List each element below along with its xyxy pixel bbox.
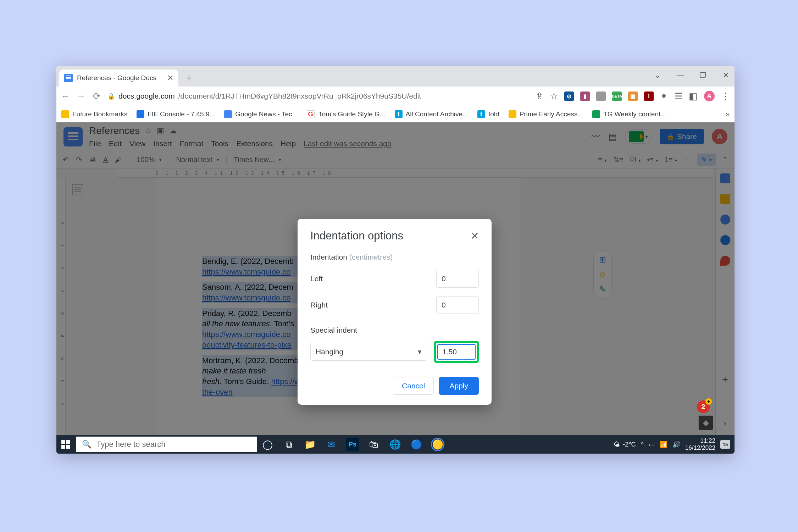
file-explorer-icon[interactable]: 📁 — [303, 438, 317, 451]
bookmark-item[interactable]: Prime Early Access... — [509, 110, 583, 118]
bookmark-item[interactable]: Google News - Tec... — [224, 110, 298, 118]
url-display[interactable]: 🔒 docs.google.com/document/d/1RJTHmD6vgY… — [107, 92, 421, 100]
microsoft-store-icon[interactable]: 🛍 — [367, 438, 381, 451]
weather-widget[interactable]: 🌤-2°C — [614, 441, 636, 448]
back-icon[interactable]: ← — [61, 91, 71, 102]
tab-strip: References - Google Docs ✕ + ⌄ — ❐ ✕ — [56, 66, 735, 87]
special-indent-select[interactable]: Hanging — [310, 343, 427, 361]
lock-icon: 🔒 — [107, 93, 115, 100]
profile-avatar[interactable]: A — [704, 91, 715, 101]
bookmark-icon — [137, 110, 144, 118]
close-dialog-icon[interactable]: ✕ — [471, 230, 479, 242]
taskview-icon[interactable]: ⧉ — [282, 438, 295, 451]
indentation-options-dialog: Indentation options ✕ Indentation (centi… — [298, 219, 492, 405]
apply-button[interactable]: Apply — [439, 377, 479, 395]
notification-badge[interactable]: 2 — [697, 400, 710, 413]
minimize-icon[interactable]: — — [675, 70, 686, 81]
bookmark-icon — [224, 110, 232, 118]
taskbar-clock[interactable]: 11:22 16/12/2022 — [685, 437, 715, 451]
address-bar-actions: ⇪ ☆ ⊘ ▮ BETA ▦ I ✦ ☰ ◧ A ⋮ — [536, 91, 730, 102]
bookmark-icon — [509, 110, 516, 118]
close-tab-icon[interactable]: ✕ — [167, 73, 173, 83]
bookmark-item[interactable]: GTom's Guide Style G... — [307, 110, 385, 118]
google-docs-app: References ☆ ▣ ☁ File Edit View Insert F… — [56, 122, 735, 435]
close-window-icon[interactable]: ✕ — [720, 70, 731, 81]
maximize-icon[interactable]: ❐ — [698, 70, 708, 81]
search-icon: 🔍 — [82, 440, 92, 449]
photoshop-icon[interactable]: Ps — [346, 438, 359, 451]
browser-window: References - Google Docs ✕ + ⌄ — ❐ ✕ ← →… — [56, 66, 735, 454]
bookmark-item[interactable]: TG Weekly content... — [592, 110, 666, 118]
start-button[interactable] — [56, 435, 75, 454]
dialog-section-label: Indentation (centimetres) — [310, 253, 479, 261]
docs-favicon-icon — [64, 74, 73, 82]
browser-tab[interactable]: References - Google Docs ✕ — [59, 70, 178, 87]
address-bar: ← → ⟳ 🔒 docs.google.com/document/d/1RJTH… — [56, 87, 735, 106]
chrome-icon[interactable]: 🟡 — [431, 438, 444, 451]
bookmark-star-icon[interactable]: ☆ — [550, 91, 558, 102]
reading-list-icon[interactable]: ☰ — [674, 91, 682, 102]
bookmark-icon — [61, 110, 69, 118]
wifi-icon[interactable]: 📶 — [660, 440, 667, 448]
left-indent-input[interactable] — [436, 270, 479, 288]
tab-title: References - Google Docs — [77, 74, 156, 82]
new-tab-button[interactable]: + — [182, 71, 196, 85]
extension-icon[interactable]: ▮ — [580, 92, 590, 101]
mail-icon[interactable]: ✉ — [325, 438, 338, 451]
right-indent-input[interactable] — [436, 296, 479, 314]
url-path: /document/d/1RJTHmD6vgYBh82t9nxsopVrRu_o… — [178, 92, 421, 100]
bookmark-icon — [592, 110, 600, 118]
tray-overflow-icon[interactable]: ^ — [641, 441, 643, 448]
app-icon[interactable]: 🔵 — [410, 438, 423, 451]
url-host: docs.google.com — [118, 92, 175, 100]
bookmark-item[interactable]: FIE Console - 7.45.9... — [137, 110, 215, 118]
taskbar-search[interactable]: 🔍 Type here to search — [76, 437, 257, 452]
battery-icon[interactable]: ▭ — [649, 440, 655, 448]
windows-taskbar: 🔍 Type here to search ◯ ⧉ 📁 ✉ Ps 🛍 🌐 🔵 🟡… — [56, 435, 735, 454]
annotation-highlight — [434, 341, 479, 363]
extension-beta-icon[interactable]: BETA — [612, 92, 622, 101]
search-placeholder: Type here to search — [96, 440, 165, 449]
left-indent-label: Left — [310, 275, 323, 283]
taskbar-pinned-apps: ◯ ⧉ 📁 ✉ Ps 🛍 🌐 🔵 🟡 — [261, 438, 444, 451]
system-tray: 🌤-2°C ^ ▭ 📶 🔊 11:22 16/12/2022 15 — [614, 437, 735, 451]
extension-icon[interactable] — [596, 92, 606, 101]
bookmark-icon: t — [395, 110, 403, 118]
extensions-puzzle-icon[interactable]: ✦ — [660, 91, 668, 102]
extension-icon[interactable]: ▦ — [628, 92, 638, 101]
extension-icon[interactable]: I — [644, 92, 654, 101]
share-page-icon[interactable]: ⇪ — [536, 91, 543, 102]
tab-search-icon[interactable]: ⌄ — [652, 70, 663, 81]
bookmarks-overflow-icon[interactable]: » — [726, 110, 730, 118]
cortana-icon[interactable]: ◯ — [261, 438, 274, 451]
reload-icon[interactable]: ⟳ — [92, 91, 102, 102]
special-indent-label: Special indent — [310, 326, 479, 334]
bookmark-item[interactable]: tfold — [477, 110, 499, 118]
bookmark-icon: t — [477, 110, 485, 118]
bookmark-item[interactable]: tAll Content Archive... — [395, 110, 468, 118]
edge-icon[interactable]: 🌐 — [388, 438, 402, 451]
right-indent-label: Right — [310, 301, 328, 309]
chrome-menu-icon[interactable]: ⋮ — [721, 91, 730, 102]
volume-icon[interactable]: 🔊 — [672, 440, 680, 448]
bookmark-item[interactable]: Future Bookmarks — [61, 110, 127, 118]
action-center-icon[interactable]: 15 — [720, 440, 730, 449]
forward-icon[interactable]: → — [76, 91, 86, 102]
weather-icon: 🌤 — [614, 441, 620, 448]
special-indent-value-input[interactable] — [437, 344, 476, 360]
bookmarks-bar: Future Bookmarks FIE Console - 7.45.9...… — [56, 106, 735, 122]
cancel-button[interactable]: Cancel — [393, 377, 434, 395]
window-controls: ⌄ — ❐ ✕ — [652, 70, 731, 81]
dialog-title: Indentation options — [310, 229, 403, 242]
extension-icon[interactable]: ⊘ — [564, 92, 574, 101]
side-panel-icon[interactable]: ◧ — [689, 91, 698, 102]
